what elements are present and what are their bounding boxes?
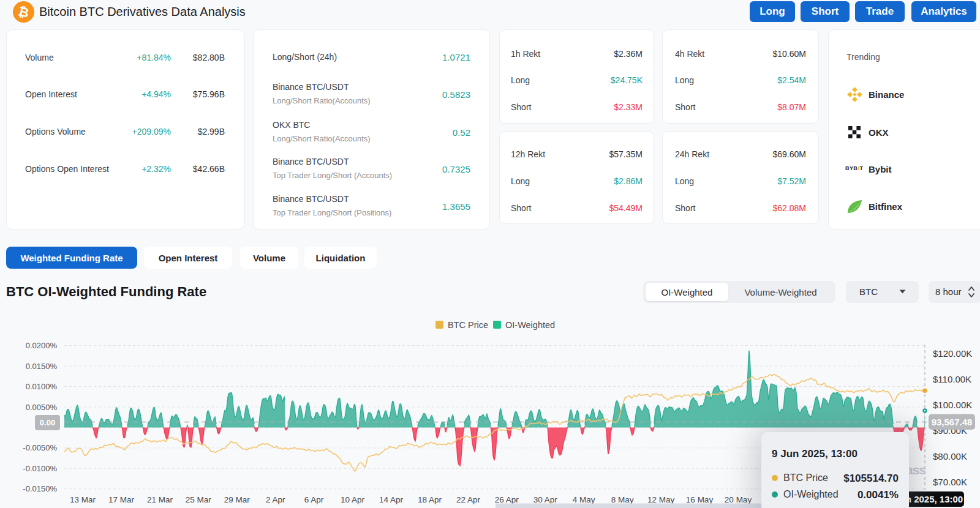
svg-text:$100.00K: $100.00K (933, 400, 972, 410)
svg-text:4 May: 4 May (573, 495, 595, 504)
svg-text:18 Apr: 18 Apr (418, 495, 442, 504)
svg-text:12 May: 12 May (647, 495, 675, 504)
svg-text:$120.00K: $120.00K (933, 348, 972, 359)
svg-text:8 May: 8 May (611, 495, 634, 504)
svg-text:29 Mar: 29 Mar (224, 495, 251, 504)
svg-text:22 Apr: 22 Apr (456, 495, 481, 504)
svg-text:OI-Weighted: OI-Weighted (505, 320, 555, 330)
svg-text:30 Apr: 30 Apr (533, 495, 558, 504)
svg-text:13 Mar: 13 Mar (70, 495, 96, 504)
svg-text:10 Apr: 10 Apr (341, 495, 365, 504)
svg-text:0.0200%: 0.0200% (26, 341, 58, 350)
svg-text:0.0150%: 0.0150% (26, 362, 58, 371)
svg-text:93,567.48: 93,567.48 (932, 417, 973, 427)
svg-text:14 Apr: 14 Apr (379, 495, 404, 504)
svg-text:25 Mar: 25 Mar (186, 495, 212, 504)
svg-text:$80.00K: $80.00K (933, 451, 967, 461)
svg-text:16 May: 16 May (686, 495, 714, 504)
svg-text:20 May: 20 May (725, 495, 752, 504)
svg-text:$70.00K: $70.00K (933, 477, 967, 487)
svg-text:2 Apr: 2 Apr (266, 495, 285, 504)
svg-text:$110.00K: $110.00K (933, 374, 971, 384)
svg-text:-0.0050%: -0.0050% (23, 443, 57, 452)
svg-text:BTC Price: BTC Price (448, 320, 488, 330)
svg-text:0.0100%: 0.0100% (26, 382, 58, 391)
svg-text:0.0050%: 0.0050% (26, 403, 58, 412)
svg-text:6 Apr: 6 Apr (304, 495, 324, 504)
svg-text:-0.0100%: -0.0100% (23, 464, 57, 473)
svg-text:17 Mar: 17 Mar (108, 495, 135, 504)
svg-text:21 Mar: 21 Mar (147, 495, 173, 504)
svg-text:0.00: 0.00 (40, 418, 55, 427)
svg-text:-0.0150%: -0.0150% (23, 484, 57, 493)
svg-text:26 Apr: 26 Apr (495, 495, 519, 504)
